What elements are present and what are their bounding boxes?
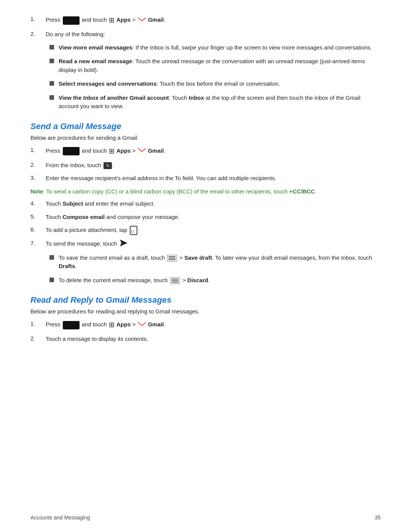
apps-label: Apps	[116, 16, 131, 23]
bullet-item-2: Read a new email message: Touch the unre…	[49, 57, 381, 74]
section3-content: Read and Reply to Gmail Messages Below a…	[30, 295, 381, 343]
cc-bcc-bold: +CC/BCC	[289, 188, 315, 195]
svg-marker-4	[120, 240, 127, 246]
bullet-bold-1: View more email messages	[59, 44, 132, 51]
step-2-number-5: 5.	[30, 213, 46, 220]
step-3-number-2: 2.	[30, 335, 46, 342]
step-2-content-7: To send the message, touch	[46, 240, 381, 249]
section3-steps: 1. Press and touch ⊞ Apps > Gmail. 2. To…	[30, 320, 381, 343]
footer-left: Accounts and Messaging	[30, 514, 90, 521]
apps-label-2: Apps	[116, 147, 131, 154]
step-3-2: 2. Touch a message to display its conten…	[30, 335, 381, 343]
bullet-square-icon-2	[49, 59, 54, 63]
bullet-item-5: To save the current email as a draft, to…	[49, 254, 381, 271]
gmail-icon-3	[138, 322, 146, 328]
section1-steps: 1. Press and touch ⊞ Apps > Gmail. 2. Do…	[30, 15, 381, 39]
bullet-item-4: View the Inbox of another Gmail account:…	[49, 94, 381, 111]
bullet-bold-3: Select messages and conversations	[59, 80, 157, 87]
bullet-item-1: View more email messages: If the Inbox i…	[49, 43, 381, 52]
bullet-text-5: To save the current email as a draft, to…	[59, 254, 381, 271]
menu-icon-2	[170, 277, 180, 284]
gmail-label-3: Gmail	[148, 321, 164, 328]
step-2-4: 4. Touch Subject and enter the email sub…	[30, 200, 381, 208]
bullet-bold-4: View the Inbox of another Gmail account	[59, 94, 169, 101]
apps-label-3: Apps	[116, 321, 131, 328]
step-2-number-6: 6.	[30, 226, 46, 233]
bullet-bold-2: Read a new email message	[59, 58, 132, 64]
step-2-5: 5. Touch Compose email and compose your …	[30, 213, 381, 222]
step-3-1: 1. Press and touch ⊞ Apps > Gmail.	[30, 320, 381, 330]
drafts-bold: Drafts	[59, 263, 75, 269]
paperclip-icon: ∪	[130, 226, 137, 235]
step-2-number-3: 3.	[30, 174, 46, 181]
send-icon	[120, 240, 127, 249]
bullet-square-icon-5	[49, 255, 54, 260]
compose-icon: ✎	[104, 162, 112, 169]
section2-intro: Below are procedures for sending a Gmail…	[30, 134, 381, 141]
step-number: 1.	[30, 15, 46, 22]
step-2-content-4: Touch Subject and enter the email subjec…	[46, 200, 381, 208]
step-2-6: 6. To add a picture attachment, tap ∪	[30, 226, 381, 235]
apps-grid-icon: ⊞	[109, 16, 115, 24]
section1-content: 1. Press and touch ⊞ Apps > Gmail. 2. Do…	[30, 15, 381, 111]
step-3-content-1: Press and touch ⊞ Apps > Gmail.	[46, 320, 381, 330]
step-2-3: 3. Enter the message recipient's email a…	[30, 174, 381, 183]
step-content-2: Do any of the following:	[46, 30, 381, 39]
step-2-content-6: To add a picture attachment, tap ∪	[46, 226, 381, 235]
section1-bullets: View more email messages: If the Inbox i…	[49, 43, 381, 111]
step-3-content-2: Touch a message to display its contents.	[46, 335, 381, 343]
page-footer: Accounts and Messaging 35	[30, 514, 381, 521]
inbox-bold: Inbox	[189, 94, 204, 101]
subject-bold: Subject	[62, 200, 83, 207]
bullet-item-3: Select messages and conversations: Touch…	[49, 80, 381, 88]
note-text: Note: To send a carbon copy (CC) or a bl…	[30, 187, 381, 196]
svg-text:∪: ∪	[131, 229, 134, 233]
home-button-icon-2	[63, 147, 80, 155]
bullet-text-4: View the Inbox of another Gmail account:…	[59, 94, 381, 111]
section2-content: Send a Gmail Message Below are procedure…	[30, 121, 381, 285]
step-2-content-1: Press and touch ⊞ Apps > Gmail.	[46, 146, 381, 157]
step-2-number-2: 2.	[30, 161, 46, 168]
gmail-label-2: Gmail	[148, 147, 164, 154]
gmail-icon	[138, 18, 146, 24]
section2-heading: Send a Gmail Message	[30, 121, 381, 131]
bullet-item-6: To delete the current email message, tou…	[49, 276, 381, 285]
step-2-1: 1. Press and touch ⊞ Apps > Gmail.	[30, 146, 381, 157]
step-2-content-2: From the Inbox, touch ✎.	[46, 161, 381, 170]
step-1-1: 1. Press and touch ⊞ Apps > Gmail.	[30, 15, 381, 26]
step-2-content-5: Touch Compose email and compose your mes…	[46, 213, 381, 222]
section2-steps: 1. Press and touch ⊞ Apps > Gmail. 2. Fr…	[30, 146, 381, 183]
section3-heading: Read and Reply to Gmail Messages	[30, 295, 381, 305]
step-2-7: 7. To send the message, touch	[30, 240, 381, 249]
bullet-text-1: View more email messages: If the Inbox i…	[59, 43, 372, 52]
section2-steps-continued: 4. Touch Subject and enter the email sub…	[30, 200, 381, 249]
step-2-number-7: 7.	[30, 240, 46, 246]
menu-icon-1	[167, 255, 177, 262]
note-bold: Note	[30, 188, 43, 195]
step-1-2: 2. Do any of the following:	[30, 30, 381, 39]
apps-grid-icon-3: ⊞	[109, 321, 115, 329]
save-draft-bold: Save draft	[185, 254, 212, 261]
step-2-number-4: 4.	[30, 200, 46, 206]
step-content: Press and touch ⊞ Apps > Gmail.	[46, 15, 381, 26]
bullet-square-icon-3	[49, 81, 54, 86]
step-2-content-3: Enter the message recipient's email addr…	[46, 174, 381, 183]
section3-intro: Below are procedures for reading and rep…	[30, 308, 381, 315]
step-3-number-1: 1.	[30, 320, 46, 327]
bullet-square-icon-6	[49, 278, 54, 282]
discard-bold: Discard	[187, 277, 208, 283]
bullet-text-2: Read a new email message: Touch the unre…	[59, 57, 381, 74]
page-container: 1. Press and touch ⊞ Apps > Gmail. 2. Do…	[0, 0, 411, 532]
gmail-icon-2	[138, 148, 146, 154]
bullet-square-icon	[49, 45, 54, 50]
footer-right: 35	[374, 514, 381, 521]
apps-grid-icon-2: ⊞	[109, 147, 115, 155]
home-button-icon-3	[63, 321, 80, 329]
compose-email-bold: Compose email	[62, 214, 105, 220]
step-2-number-1: 1.	[30, 146, 46, 153]
section2-bullets: To save the current email as a draft, to…	[49, 254, 381, 285]
step-2-2: 2. From the Inbox, touch ✎.	[30, 161, 381, 170]
step-number-2: 2.	[30, 30, 46, 37]
bullet-text-6: To delete the current email message, tou…	[59, 276, 210, 285]
bullet-square-icon-4	[49, 95, 54, 100]
